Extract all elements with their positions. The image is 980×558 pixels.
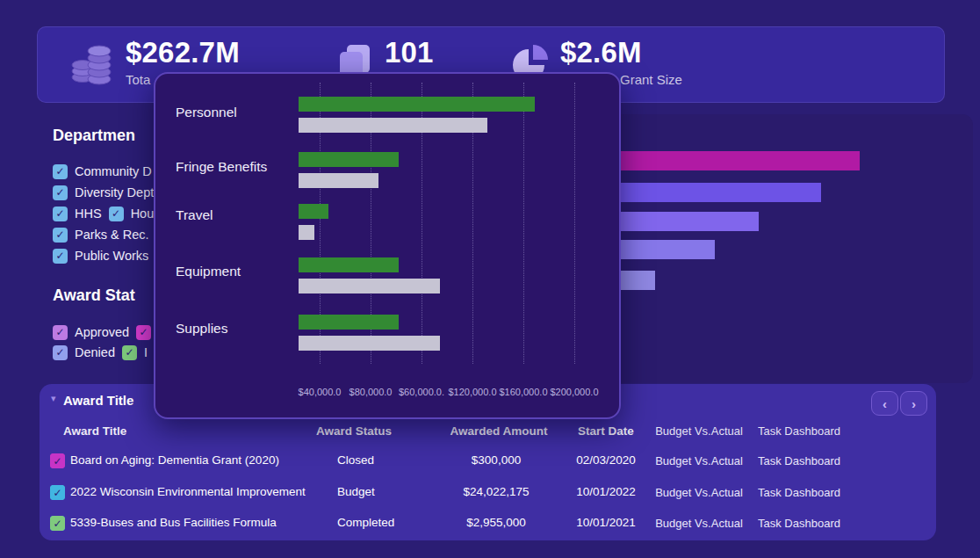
budget-vs-actual-link[interactable]: Budget Vs.Actual: [655, 517, 743, 530]
checkbox-approved[interactable]: [53, 325, 68, 340]
gray-bar-equipment: [299, 279, 440, 293]
gray-bar-travel: [299, 225, 314, 240]
green-bar-personnel: [299, 97, 535, 112]
category-label: Travel: [176, 207, 213, 223]
stat-grant-size-value: $2.6M: [560, 36, 642, 69]
green-bar-fringe-benefits: [299, 152, 399, 167]
gridline: [523, 83, 524, 364]
x-axis-tick-label: $80,000.0: [349, 387, 393, 397]
column-header-budget-vs-actual: Budget Vs.Actual: [655, 424, 743, 438]
chevron-right-icon: ›: [912, 396, 916, 411]
filter-status-row-1: Approved: [53, 324, 158, 340]
filter-department-public-works: Public Works: [53, 248, 148, 264]
task-dashboard-link[interactable]: Task Dashboard: [758, 486, 840, 499]
gridline: [574, 83, 575, 364]
status-cell: Budget: [337, 485, 375, 498]
filter-status-row-2: Denied I: [53, 344, 148, 360]
status-checkbox[interactable]: [50, 516, 65, 531]
status-cell: Completed: [337, 516, 394, 529]
checkbox-parks[interactable]: [53, 228, 68, 243]
filter-label: HHS: [75, 207, 102, 221]
task-dashboard-link[interactable]: Task Dashboard: [758, 454, 840, 467]
amount-cell: $24,022,175: [463, 485, 529, 498]
filter-department-hhs-housing: HHS Hou: [53, 206, 154, 221]
pagination-prev-button[interactable]: ‹: [871, 391, 898, 416]
checkbox-public-works[interactable]: [53, 249, 68, 264]
filter-department-community: Community D: [53, 163, 152, 179]
stat-count-value: 101: [385, 36, 434, 69]
filter-label: Parks & Rec.: [75, 228, 149, 242]
task-dashboard-link[interactable]: Task Dashboard: [758, 517, 840, 530]
filter-label: Community D: [75, 164, 152, 178]
category-label: Personnel: [176, 105, 237, 120]
checkbox-status-green[interactable]: [122, 345, 137, 360]
checkbox-hhs[interactable]: [53, 207, 68, 221]
x-axis-tick-label: $120,000.0: [448, 387, 496, 397]
stat-total-value: $262.7M: [126, 36, 240, 69]
filter-label: Approved: [75, 325, 129, 339]
gray-bar-supplies: [299, 336, 440, 351]
grants-dashboard: $262.7M Tota 101 $2.6M Grant Size Depart…: [0, 0, 980, 558]
filter-department-parks: Parks & Rec.: [53, 227, 149, 243]
budget-vs-actual-link[interactable]: Budget Vs.Actual: [655, 486, 743, 499]
x-axis-tick-label: $200,000.0: [550, 387, 598, 397]
date-cell: 10/01/2021: [576, 516, 636, 529]
filter-label: Hou: [131, 207, 155, 221]
amount-cell: $300,000: [472, 453, 521, 467]
pagination-next-button[interactable]: ›: [900, 391, 927, 416]
table-row: 5339-Buses and Bus Facilities Formula Co…: [40, 513, 936, 534]
amount-cell: $2,955,000: [466, 516, 526, 529]
column-header-awarded-amount: Awarded Amount: [450, 424, 547, 438]
departments-heading: Departmen: [53, 127, 135, 145]
x-axis-tick-label: $40,000.0: [299, 387, 342, 397]
column-header-award-title: Award Title: [63, 424, 126, 438]
checkbox-community[interactable]: [53, 164, 68, 179]
chevron-left-icon: ‹: [883, 396, 887, 411]
green-bar-supplies: [299, 315, 399, 330]
column-header-task-dashboard: Task Dashboard: [758, 424, 840, 438]
table-row: 2022 Wisconsin Environmental Improvement…: [40, 482, 936, 504]
checkbox-denied[interactable]: [53, 345, 68, 360]
status-checkbox[interactable]: [50, 485, 65, 500]
collapse-caret-icon[interactable]: ▾: [51, 393, 56, 404]
x-axis-tick-label: $60,000.0.: [399, 387, 444, 397]
award-title-cell: Board on Aging: Dementia Grant (2020): [70, 453, 279, 467]
date-cell: 10/01/2022: [576, 485, 636, 498]
budget-category-chart-popup: PersonnelFringe BenefitsTravelEquipmentS…: [154, 72, 621, 419]
award-title-cell: 5339-Buses and Bus Facilities Formula: [70, 516, 277, 529]
x-axis-tick-label: $160,000.0: [499, 387, 547, 397]
category-label: Fringe Benefits: [176, 159, 267, 175]
gray-bar-fringe-benefits: [299, 173, 378, 188]
status-cell: Closed: [337, 453, 374, 467]
award-status-heading: Award Stat: [53, 286, 135, 305]
award-title-cell: 2022 Wisconsin Environmental Improvement: [70, 485, 306, 498]
coins-icon: [69, 39, 117, 88]
column-header-start-date: Start Date: [578, 424, 634, 438]
table-row: Board on Aging: Dementia Grant (2020) Cl…: [40, 451, 936, 472]
checkbox-status-hidden[interactable]: [136, 325, 151, 340]
filter-label: Diversity Dept: [75, 185, 154, 199]
stat-total-label: Tota: [126, 72, 150, 87]
checkbox-diversity[interactable]: [53, 185, 68, 200]
filter-department-diversity: Diversity Dept: [53, 185, 154, 200]
stat-grant-size-label: Grant Size: [620, 72, 682, 87]
filter-label: Public Works: [75, 249, 148, 263]
checkbox-housing[interactable]: [109, 207, 124, 221]
category-label: Supplies: [176, 321, 227, 337]
table-section-title: Award Title: [63, 393, 133, 408]
column-header-award-status: Award Status: [316, 424, 392, 438]
date-cell: 02/03/2020: [576, 453, 636, 467]
gray-bar-personnel: [299, 118, 487, 133]
status-checkbox[interactable]: [50, 453, 65, 468]
green-bar-travel: [299, 204, 328, 219]
budget-vs-actual-link[interactable]: Budget Vs.Actual: [655, 454, 743, 467]
filter-label: I: [144, 345, 148, 359]
category-label: Equipment: [176, 264, 241, 279]
green-bar-equipment: [299, 257, 399, 272]
filter-label: Denied: [75, 345, 115, 359]
